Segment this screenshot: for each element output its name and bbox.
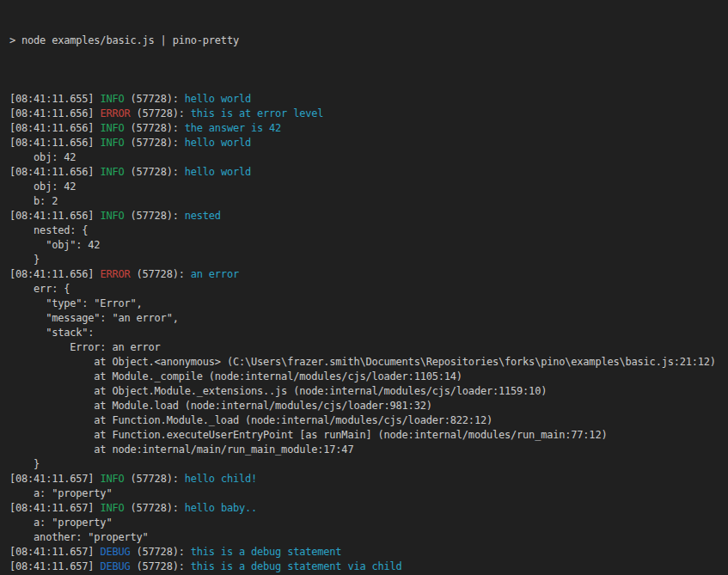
log-line: at Function.Module._load (node:internal/… — [9, 413, 728, 428]
log-line: at Object.<anonymous> (C:\Users\frazer.s… — [9, 355, 728, 370]
log-detail: err: { — [9, 283, 70, 295]
log-line: [08:41:11.656] INFO (57728): the answer … — [9, 121, 728, 136]
log-level: INFO — [100, 137, 124, 149]
log-line: at Object.Module._extensions..js (node:i… — [9, 384, 728, 399]
pid: (57728): — [124, 137, 184, 149]
pid: (57728): — [131, 107, 191, 119]
pid: (57728): — [124, 93, 184, 105]
log-level: ERROR — [100, 107, 130, 119]
timestamp: [08:41:11.656] — [9, 268, 100, 280]
command-line: > node examples/basic.js | pino-pretty — [9, 34, 728, 48]
log-message: hello world — [185, 137, 251, 149]
log-line: [08:41:11.655] INFO (57728): hello world — [9, 92, 728, 107]
log-detail: "type": "Error", — [9, 297, 143, 309]
log-detail: nested: { — [9, 224, 88, 236]
pid: (57728): — [124, 122, 184, 134]
log-line: "type": "Error", — [9, 297, 728, 311]
log-line: "obj": 42 — [9, 238, 728, 253]
timestamp: [08:41:11.657] — [9, 473, 100, 485]
log-level: INFO — [100, 166, 124, 178]
log-line: [08:41:11.656] ERROR (57728): an error — [9, 267, 728, 282]
timestamp: [08:41:11.656] — [9, 166, 100, 178]
log-message: this is a debug statement via child — [191, 560, 402, 572]
stack-frame: at Function.executeUserEntryPoint [as ru… — [9, 429, 607, 441]
log-line: obj: 42 — [9, 180, 728, 194]
pid: (57728): — [131, 546, 191, 558]
log-detail: "obj": 42 — [9, 239, 100, 251]
log-detail: obj: 42 — [9, 180, 76, 193]
timestamp: [08:41:11.657] — [9, 502, 100, 514]
log-detail: a: "property" — [9, 487, 112, 499]
log-message: this is a debug statement — [191, 546, 342, 558]
log-detail: Error: an error — [9, 341, 161, 353]
log-line: } — [9, 457, 728, 472]
timestamp: [08:41:11.656] — [9, 137, 100, 149]
log-message: hello world — [185, 166, 251, 178]
timestamp: [08:41:11.656] — [9, 210, 100, 222]
log-detail: } — [9, 458, 40, 470]
log-level: DEBUG — [100, 560, 130, 572]
log-message: hello baby.. — [185, 502, 257, 514]
log-line: } — [9, 253, 728, 267]
timestamp: [08:41:11.657] — [9, 546, 100, 558]
pid: (57728): — [124, 210, 184, 222]
log-line: another: "property" — [9, 530, 728, 545]
log-line: at Module.load (node:internal/modules/cj… — [9, 399, 728, 413]
log-level: INFO — [100, 210, 124, 222]
log-message: the answer is 42 — [185, 122, 281, 134]
log-message: hello world — [185, 93, 251, 105]
log-line: Error: an error — [9, 340, 728, 355]
pid: (57728): — [131, 268, 191, 280]
log-detail: another: "property" — [9, 531, 149, 543]
log-line: [08:41:11.656] ERROR (57728): this is at… — [9, 107, 728, 121]
log-detail: "message": "an error", — [9, 312, 179, 324]
log-message: hello child! — [185, 473, 257, 485]
log-message: this is at error level — [191, 107, 324, 119]
log-level: INFO — [100, 473, 124, 485]
pid: (57728): — [124, 166, 184, 178]
stack-frame: at Object.Module._extensions..js (node:i… — [9, 385, 547, 397]
log-line: [08:41:11.656] INFO (57728): hello world — [9, 136, 728, 150]
terminal-output: [08:41:11.655] INFO (57728): hello world… — [9, 77, 728, 575]
log-line: at Module._compile (node:internal/module… — [9, 370, 728, 384]
log-line: [08:41:11.657] DEBUG (57728): this is a … — [9, 560, 728, 574]
log-line: b: 2 — [9, 194, 728, 209]
log-line: [08:41:11.656] INFO (57728): hello world — [9, 165, 728, 180]
terminal[interactable]: > node examples/basic.js | pino-pretty [… — [0, 0, 728, 575]
log-level: DEBUG — [100, 546, 130, 558]
log-line: [08:41:11.656] INFO (57728): nested — [9, 209, 728, 223]
log-line: [08:41:11.657] INFO (57728): hello baby.… — [9, 501, 728, 516]
stack-frame: at Module._compile (node:internal/module… — [9, 370, 462, 382]
pid: (57728): — [124, 502, 184, 514]
log-level: INFO — [100, 93, 124, 105]
log-line: a: "property" — [9, 516, 728, 530]
log-line: at node:internal/main/run_main_module:17… — [9, 443, 728, 457]
timestamp: [08:41:11.656] — [9, 122, 100, 134]
log-level: ERROR — [100, 268, 130, 280]
log-line: "message": "an error", — [9, 311, 728, 326]
timestamp: [08:41:11.657] — [9, 560, 100, 572]
stack-frame: at Function.Module._load (node:internal/… — [9, 414, 492, 426]
log-detail: a: "property" — [9, 517, 112, 529]
stack-frame: at Object.<anonymous> (C:\Users\frazer.s… — [9, 356, 716, 368]
log-message: an error — [191, 268, 239, 280]
log-line: obj: 42 — [9, 150, 728, 165]
pid: (57728): — [124, 473, 184, 485]
timestamp: [08:41:11.656] — [9, 107, 100, 119]
stack-frame: at Module.load (node:internal/modules/cj… — [9, 400, 432, 412]
log-line: err: { — [9, 282, 728, 297]
log-detail: obj: 42 — [9, 151, 76, 163]
log-line: nested: { — [9, 223, 728, 238]
log-message: nested — [185, 210, 221, 222]
log-detail: b: 2 — [9, 195, 58, 207]
log-level: INFO — [100, 502, 124, 514]
stack-frame: at node:internal/main/run_main_module:17… — [9, 443, 353, 456]
log-detail: } — [9, 254, 40, 266]
log-line: [08:41:11.657] DEBUG (57728): this is a … — [9, 545, 728, 560]
log-line: a: "property" — [9, 486, 728, 501]
log-line: [08:41:11.657] INFO (57728): hello child… — [9, 472, 728, 486]
log-level: INFO — [100, 122, 124, 134]
pid: (57728): — [131, 560, 191, 572]
log-line: "stack": — [9, 326, 728, 340]
log-detail: "stack": — [9, 327, 94, 339]
